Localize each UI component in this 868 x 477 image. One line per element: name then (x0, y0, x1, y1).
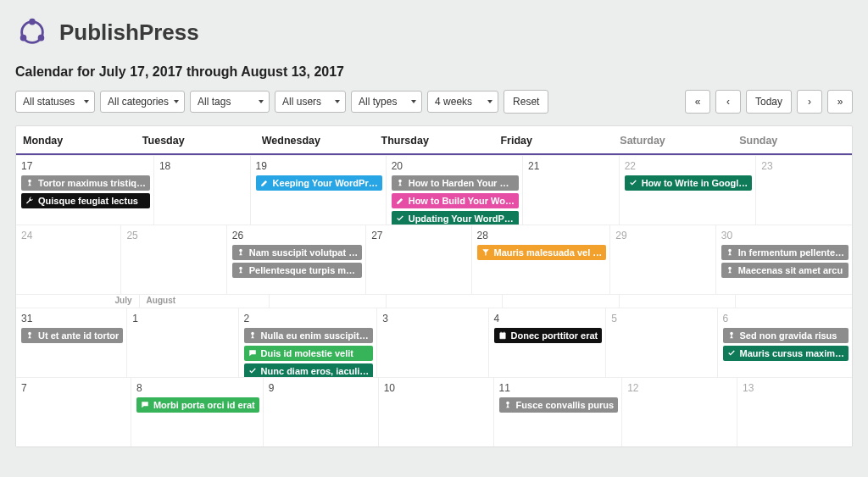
chevron-down-icon (259, 100, 264, 103)
event-title: Nunc diam eros, iaculi… (261, 366, 370, 376)
day-number: 27 (371, 230, 467, 241)
calendar-event[interactable]: Mauris malesuada vel … (477, 245, 607, 260)
calendar-cell[interactable]: 3 (376, 308, 487, 377)
calendar-event[interactable]: Pellentesque turpis m… (232, 263, 362, 278)
event-title: Pellentesque turpis m… (249, 265, 355, 275)
day-number: 18 (159, 160, 247, 172)
filter-duration[interactable]: 4 weeks (427, 91, 498, 113)
nav-prev-button[interactable]: ‹ (715, 90, 741, 114)
day-number: 6 (723, 313, 849, 324)
day-number: 22 (625, 160, 753, 172)
event-title: Mauris malesuada vel … (494, 247, 603, 258)
calendar-cell[interactable]: 9 (263, 377, 378, 446)
calendar-event[interactable]: Sed non gravida risus (723, 328, 849, 343)
calendar-cell[interactable]: 21 (522, 155, 619, 225)
day-number: 8 (136, 382, 259, 394)
calendar-cell[interactable]: 27 (365, 225, 470, 294)
event-title: Duis id molestie velit (261, 348, 353, 358)
day-number: 24 (21, 230, 117, 241)
event-title: Ut et ante id tortor (38, 330, 119, 341)
calendar-cell[interactable]: 29 (609, 225, 715, 294)
day-number: 23 (761, 160, 849, 172)
cal-icon (498, 331, 507, 340)
calendar-event[interactable]: How to Write in Googl… (625, 175, 753, 191)
pin-icon (726, 266, 734, 275)
event-title: How to Build Your Wo… (409, 196, 515, 206)
calendar-event[interactable]: Duis id molestie velit (244, 346, 374, 361)
calendar-event[interactable]: Mauris cursus maxim… (723, 346, 849, 361)
calendar-cell[interactable]: 1 (126, 308, 237, 377)
event-title: Keeping Your WordPr… (273, 178, 378, 188)
calendar-cell[interactable]: 18 (153, 155, 250, 225)
calendar-cell[interactable]: 5 (605, 308, 716, 377)
pin-icon (396, 179, 404, 187)
calendar-cell[interactable]: 30In fermentum pellente…Maecenas sit ame… (715, 225, 852, 294)
event-title: Tortor maximus tristiq… (38, 178, 146, 188)
reset-button[interactable]: Reset (504, 90, 548, 114)
calendar-cell[interactable]: 20How to Harden Your …How to Build Your … (386, 155, 522, 225)
calendar-event[interactable]: Nulla eu enim suscipit… (244, 328, 374, 343)
calendar-cell[interactable]: 10 (378, 377, 493, 446)
calendar-event[interactable]: Morbi porta orci id erat (136, 397, 259, 413)
day-number: 21 (528, 160, 615, 172)
event-title: Updating Your WordP… (409, 214, 514, 224)
day-number: 26 (232, 230, 362, 241)
app-header: PublishPress (15, 15, 853, 49)
calendar-cell[interactable]: 25 (120, 225, 225, 294)
nav-first-button[interactable]: « (685, 90, 710, 114)
filter-category[interactable]: All categories (100, 91, 185, 113)
calendar-event[interactable]: Fusce convallis purus (499, 397, 619, 413)
filter-user[interactable]: All users (275, 91, 346, 113)
calendar-event[interactable]: Maecenas sit amet arcu (721, 263, 849, 278)
chevron-down-icon (174, 100, 179, 103)
day-number: 20 (392, 160, 519, 172)
today-button[interactable]: Today (746, 90, 792, 114)
filter-tag[interactable]: All tags (190, 91, 270, 113)
calendar-cell[interactable]: 13 (737, 377, 852, 446)
calendar-cell[interactable]: 24 (16, 225, 120, 294)
calendar-cell[interactable]: 12 (621, 377, 737, 446)
calendar-event[interactable]: How to Harden Your … (392, 175, 519, 191)
day-number: 19 (256, 160, 382, 172)
event-title: Sed non gravida risus (740, 330, 837, 341)
nav-next-button[interactable]: › (797, 90, 822, 114)
event-title: Fusce convallis purus (516, 400, 615, 410)
day-number: 28 (477, 230, 607, 241)
calendar-cell[interactable]: 11Fusce convallis purus (493, 377, 622, 446)
event-title: Quisque feugiat lectus (38, 196, 138, 206)
day-number: 11 (499, 382, 619, 394)
calendar-event[interactable]: How to Build Your Wo… (392, 193, 519, 208)
filter-type[interactable]: All types (351, 91, 422, 113)
calendar-event[interactable]: Donec porttitor erat (494, 328, 603, 343)
svg-point-2 (20, 35, 27, 42)
calendar-event[interactable]: In fermentum pellente… (721, 245, 849, 260)
day-number: 12 (627, 382, 733, 394)
calendar-cell[interactable]: 31Ut et ante id tortor (16, 308, 126, 377)
weekday-header: Friday (493, 126, 613, 155)
weekday-header: Saturday (613, 126, 732, 155)
calendar-cell[interactable]: 17Tortor maximus tristiq…Quisque feugiat… (16, 155, 153, 225)
event-title: Mauris cursus maxim… (740, 348, 845, 358)
calendar-event[interactable]: Nam suscipit volutpat … (232, 245, 362, 260)
calendar-cell[interactable]: 6Sed non gravida risusMauris cursus maxi… (717, 308, 853, 377)
calendar-cell[interactable]: 19Keeping Your WordPr… (250, 155, 386, 225)
calendar-event[interactable]: Ut et ante id tortor (21, 328, 123, 343)
calendar-event[interactable]: Quisque feugiat lectus (21, 193, 150, 208)
calendar-cell[interactable]: 26Nam suscipit volutpat …Pellentesque tu… (226, 225, 365, 294)
chat-icon (141, 401, 149, 409)
calendar-cell[interactable]: 7 (16, 377, 131, 446)
calendar-cell[interactable]: 2Nulla eu enim suscipit…Duis id molestie… (238, 308, 377, 377)
svg-point-3 (38, 35, 45, 42)
calendar-cell[interactable]: 8Morbi porta orci id erat (131, 377, 263, 446)
calendar-cell[interactable]: 28Mauris malesuada vel … (471, 225, 610, 294)
calendar-cell[interactable]: 23 (755, 155, 852, 225)
calendar-event[interactable]: Tortor maximus tristiq… (21, 175, 150, 191)
calendar-cell[interactable]: 22How to Write in Googl… (619, 155, 756, 225)
weekday-header: Thursday (375, 126, 494, 155)
nav-last-button[interactable]: » (827, 90, 853, 114)
filter-status[interactable]: All statuses (15, 91, 95, 113)
calendar-cell[interactable]: 4Donec porttitor erat (488, 308, 606, 377)
weekday-header: Wednesday (255, 126, 375, 155)
calendar-event[interactable]: Keeping Your WordPr… (256, 175, 382, 191)
day-number: 5 (611, 313, 713, 324)
